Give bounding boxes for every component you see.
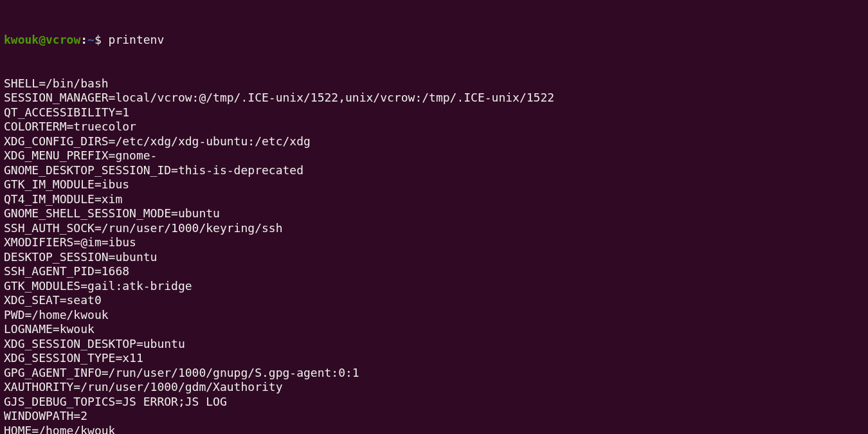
env-line: GPG_AGENT_INFO=/run/user/1000/gnupg/S.gp…	[4, 366, 864, 381]
env-line: WINDOWPATH=2	[4, 409, 864, 424]
env-line: GNOME_DESKTOP_SESSION_ID=this-is-depreca…	[4, 163, 864, 178]
env-line: XDG_SESSION_DESKTOP=ubuntu	[4, 337, 864, 352]
env-line: GJS_DEBUG_TOPICS=JS ERROR;JS LOG	[4, 395, 864, 410]
env-line: GTK_IM_MODULE=ibus	[4, 177, 864, 192]
env-line: XMODIFIERS=@im=ibus	[4, 235, 864, 250]
env-line: XDG_SESSION_TYPE=x11	[4, 351, 864, 366]
env-line: QT4_IM_MODULE=xim	[4, 192, 864, 207]
terminal-window[interactable]: kwouk@vcrow:~$ printenv SHELL=/bin/bashS…	[0, 0, 868, 434]
env-line: SSH_AGENT_PID=1668	[4, 264, 864, 279]
prompt-dollar: $	[95, 33, 109, 46]
prompt-host: vcrow	[46, 33, 80, 46]
env-line: COLORTERM=truecolor	[4, 120, 864, 134]
prompt-colon: :	[80, 33, 87, 46]
env-line: XDG_MENU_PREFIX=gnome-	[4, 149, 864, 163]
prompt-user: kwouk	[4, 33, 39, 46]
env-line: GNOME_SHELL_SESSION_MODE=ubuntu	[4, 206, 864, 221]
env-line: SHELL=/bin/bash	[4, 77, 864, 91]
env-line: SESSION_MANAGER=local/vcrow:@/tmp/.ICE-u…	[4, 91, 864, 105]
prompt-path: ~	[87, 33, 95, 46]
command-text: printenv	[109, 33, 165, 46]
env-line: XAUTHORITY=/run/user/1000/gdm/Xauthority	[4, 380, 864, 395]
prompt-line: kwouk@vcrow:~$ printenv	[4, 33, 864, 48]
env-line: PWD=/home/kwouk	[4, 308, 864, 323]
prompt-at: @	[39, 33, 46, 46]
env-output: SHELL=/bin/bashSESSION_MANAGER=local/vcr…	[4, 77, 864, 435]
env-line: XDG_CONFIG_DIRS=/etc/xdg/xdg-ubuntu:/etc…	[4, 134, 864, 149]
env-line: LOGNAME=kwouk	[4, 322, 864, 337]
env-line: XDG_SEAT=seat0	[4, 293, 864, 308]
env-line: DESKTOP_SESSION=ubuntu	[4, 250, 864, 265]
env-line: QT_ACCESSIBILITY=1	[4, 105, 864, 120]
env-line: HOME=/home/kwouk	[4, 424, 864, 435]
env-line: GTK_MODULES=gail:atk-bridge	[4, 279, 864, 294]
env-line: SSH_AUTH_SOCK=/run/user/1000/keyring/ssh	[4, 221, 864, 236]
